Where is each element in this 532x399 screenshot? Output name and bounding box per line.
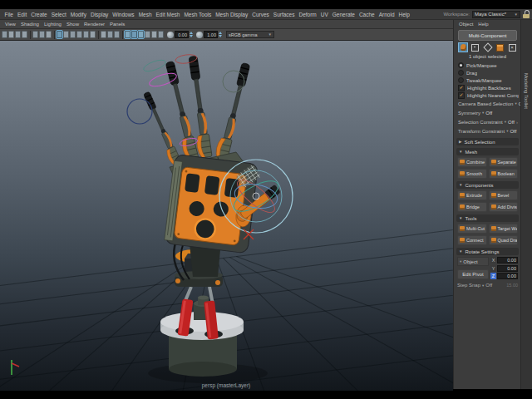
menu-item[interactable]: Edit bbox=[15, 12, 28, 17]
edge-mode-button[interactable] bbox=[483, 42, 493, 52]
separate-button[interactable]: Separate bbox=[489, 157, 519, 167]
multi-cut-button[interactable]: Multi-Cut bbox=[457, 224, 487, 234]
workspace-dropdown[interactable]: Maya Classic* ▼ bbox=[472, 11, 520, 18]
menu-item[interactable]: Select bbox=[49, 12, 68, 17]
menu-item[interactable]: File bbox=[2, 12, 15, 17]
panel-menu-item[interactable]: View bbox=[2, 22, 18, 27]
menu-item[interactable]: Display bbox=[88, 12, 110, 17]
target-weld-button[interactable]: Target Weld bbox=[489, 224, 519, 234]
toolbar-icon-lock-camera[interactable] bbox=[8, 31, 14, 38]
quad-draw-button[interactable]: Quad Draw bbox=[489, 235, 519, 245]
toolbar-icon-select-camera[interactable] bbox=[2, 31, 7, 38]
robotic-hand-fingers[interactable] bbox=[140, 56, 251, 166]
menu-item[interactable]: Windows bbox=[111, 12, 136, 17]
gamma-spinner[interactable] bbox=[219, 32, 222, 37]
menu-item[interactable]: Arnold bbox=[377, 12, 397, 17]
toolbar-icon-textured[interactable] bbox=[138, 31, 144, 38]
tools-section-header[interactable]: ▼ Tools bbox=[456, 214, 519, 222]
transform-constraint-dropdown[interactable]: Transform Constraint ▾ Off bbox=[458, 126, 519, 135]
panel-menu-item[interactable]: Panels bbox=[107, 22, 127, 27]
toolbar-icon-frame-selection[interactable] bbox=[107, 31, 113, 38]
menu-item[interactable]: Create bbox=[29, 12, 50, 17]
viewport-3d-scene[interactable]: persp (masterLayer) bbox=[0, 41, 453, 391]
menu-item[interactable]: Cache bbox=[357, 12, 377, 17]
checkbox-option[interactable]: ✓Highlight Backfaces bbox=[458, 84, 519, 91]
perspective-viewport[interactable]: persp (masterLayer) bbox=[0, 41, 453, 391]
menu-item[interactable]: Edit Mesh bbox=[154, 12, 182, 17]
vertex-mode-button[interactable] bbox=[470, 42, 480, 52]
gamma-icon[interactable] bbox=[196, 32, 203, 38]
menu-item[interactable]: Generate bbox=[330, 12, 357, 17]
panel-menu-item[interactable]: Show bbox=[64, 22, 81, 27]
toolkit-menu-item[interactable]: Help bbox=[475, 22, 490, 27]
radio-option[interactable]: Drag bbox=[458, 69, 519, 76]
toolbar-icon-resolution-gate[interactable] bbox=[70, 31, 76, 38]
smooth-button[interactable]: Smooth bbox=[457, 169, 487, 179]
toolbar-icon-safe-action[interactable] bbox=[83, 31, 89, 38]
panel-menu-item[interactable]: Shading bbox=[18, 22, 42, 27]
step-snap-row[interactable]: Step Snap ▾ Off 15.00 bbox=[457, 283, 518, 288]
rotate-x-field[interactable]: 0.00 bbox=[497, 257, 518, 264]
view-transform-dropdown[interactable]: sRGB gamma ▼ bbox=[226, 31, 274, 38]
toolbar-icon-bookmarks[interactable] bbox=[22, 31, 27, 38]
connect-button[interactable]: Connect bbox=[457, 235, 487, 245]
menu-item[interactable]: Help bbox=[397, 12, 411, 17]
menu-item[interactable]: Mesh bbox=[136, 12, 154, 17]
toolbar-icon-film-gate[interactable] bbox=[63, 31, 69, 38]
toolbar-icon-lighting-all[interactable] bbox=[151, 31, 157, 38]
combine-button[interactable]: Combine bbox=[457, 157, 487, 167]
menu-item[interactable]: Mesh Tools bbox=[182, 12, 214, 17]
toolbar-icon-xray[interactable] bbox=[125, 31, 131, 38]
toolbar-icon-grid[interactable] bbox=[57, 31, 62, 38]
rotate-z-field[interactable]: 0.00 bbox=[497, 273, 518, 279]
toolkit-menu-item[interactable]: Object bbox=[456, 22, 475, 27]
exposure-spinner[interactable] bbox=[190, 32, 193, 37]
symmetry-dropdown[interactable]: Symmetry ▾ Off bbox=[458, 108, 519, 117]
bridge-button[interactable]: Bridge bbox=[457, 202, 487, 212]
object-mode-button[interactable] bbox=[458, 42, 468, 52]
toolbar-icon-two-d-pan-zoom[interactable] bbox=[39, 31, 45, 38]
workspace-lock-icon[interactable] bbox=[523, 10, 530, 18]
mesh-section-header[interactable]: ▼ Mesh bbox=[456, 148, 519, 155]
boolean-button[interactable]: Boolean bbox=[489, 169, 519, 179]
rotate-y-field[interactable]: 0.00 bbox=[497, 265, 518, 272]
toolbar-icon-safe-title[interactable] bbox=[90, 31, 96, 38]
extrude-button[interactable]: Extrude bbox=[457, 190, 487, 200]
toolbar-icon-wireframe-on-shaded[interactable] bbox=[131, 31, 137, 38]
face-mode-button[interactable] bbox=[495, 42, 505, 52]
panel-menu-item[interactable]: Renderer bbox=[81, 22, 107, 27]
camera-based-selection-dropdown[interactable]: Camera Based Selection ▾ Off bbox=[458, 99, 519, 108]
menu-item[interactable]: Curves bbox=[250, 12, 272, 17]
components-section-header[interactable]: ▼ Components bbox=[456, 181, 519, 189]
toolbar-icon-use-default-material[interactable] bbox=[145, 31, 150, 38]
menu-item[interactable]: Modify bbox=[68, 12, 88, 17]
multi-component-button[interactable]: Multi-Component bbox=[458, 30, 517, 41]
toolbar-icon-shadows[interactable] bbox=[158, 31, 164, 38]
uv-mode-button[interactable]: × bbox=[507, 42, 517, 52]
menu-item[interactable]: Surfaces bbox=[271, 12, 297, 17]
gamma-field[interactable]: 1.00 bbox=[204, 31, 218, 38]
modeling-toolkit-tab[interactable]: Modeling Toolkit bbox=[520, 20, 532, 389]
bevel-button[interactable]: Bevel bbox=[489, 190, 519, 200]
toolbar-icon-frame-all[interactable] bbox=[101, 31, 106, 38]
edit-pivot-button[interactable]: Edit Pivot bbox=[457, 269, 489, 279]
menu-item[interactable]: UV bbox=[318, 12, 330, 17]
radio-option[interactable]: Pick/Marquee bbox=[458, 62, 519, 69]
rotate-settings-section-header[interactable]: ▼ Rotate Settings bbox=[456, 248, 519, 255]
add-divisions-button[interactable]: Add Divisions bbox=[489, 202, 519, 212]
soft-selection-section-header[interactable]: ▶ Soft Selection bbox=[456, 138, 519, 145]
menu-item[interactable]: Mesh Display bbox=[214, 12, 250, 17]
exposure-icon[interactable] bbox=[167, 32, 174, 38]
menu-item[interactable]: Deform bbox=[297, 12, 318, 17]
toolbar-icon-isolate-select[interactable] bbox=[114, 31, 120, 38]
toolbar-icon-grease-pencil[interactable] bbox=[46, 31, 52, 38]
exposure-field[interactable]: 0.00 bbox=[175, 31, 189, 38]
rotate-mode-dropdown[interactable]: ▾ Object bbox=[457, 257, 489, 266]
selection-constraint-dropdown[interactable]: Selection Constraint ▾ Off › bbox=[458, 117, 519, 126]
pedestal-base[interactable] bbox=[160, 296, 244, 377]
toolbar-icon-gate-mask[interactable] bbox=[76, 31, 82, 38]
panel-menu-item[interactable]: Lighting bbox=[42, 22, 64, 27]
toolbar-icon-image-plane[interactable] bbox=[32, 31, 38, 38]
checkbox-option[interactable]: ✓Highlight Nearest Component bbox=[458, 91, 519, 99]
radio-option[interactable]: Tweak/Marquee bbox=[458, 76, 519, 84]
